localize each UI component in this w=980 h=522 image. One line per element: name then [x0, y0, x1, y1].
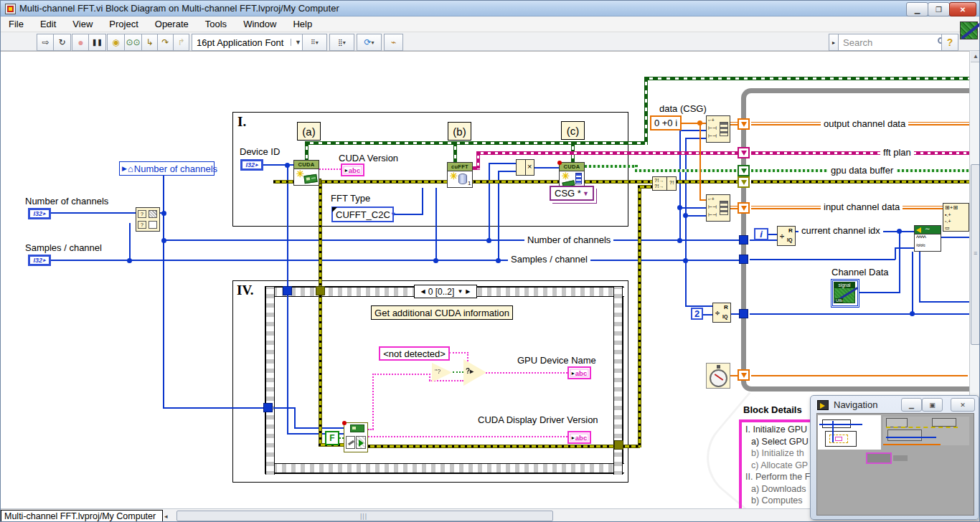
nch-terminal[interactable]: I32▸	[28, 208, 51, 219]
signal-generator-node[interactable]: ∼ ^^^^ ≈≈≈	[914, 225, 941, 252]
pause-button[interactable]: ❚❚	[88, 34, 106, 51]
quotient-remainder-node-2[interactable]: ÷ R IQ	[712, 303, 731, 323]
wire-v[interactable]	[919, 252, 920, 302]
close-button[interactable]: ✕	[949, 2, 976, 16]
wire-cuda-class[interactable]	[305, 141, 308, 161]
wire-v[interactable]	[679, 130, 681, 241]
wire-v[interactable]	[489, 163, 490, 241]
initialize-array-node-output[interactable]: ▫·+ ⊢⊣ ⊢⊣	[706, 115, 730, 143]
wire-h[interactable]	[685, 305, 712, 307]
not-detected-constant[interactable]: <not detected>	[379, 346, 450, 361]
comparison-node[interactable]: ? ?	[136, 207, 160, 232]
two-constant[interactable]: 2	[691, 308, 703, 320]
nav-close-button[interactable]: ✕	[951, 398, 975, 412]
maximize-button[interactable]: ❐	[928, 2, 950, 16]
wire-fft-plan[interactable]	[751, 151, 980, 155]
wire-h[interactable]	[685, 138, 706, 139]
multiply-node[interactable]: ×	[516, 159, 534, 176]
title-bar[interactable]: Multi-channel FFT.vi Block Diagram on Mu…	[1, 1, 979, 16]
tunnel-error[interactable]	[738, 176, 750, 188]
iteration-terminal[interactable]: i	[754, 228, 768, 240]
device-id-terminal[interactable]: I32▸	[240, 159, 263, 171]
wire-v[interactable]	[498, 171, 499, 261]
sequence-frame-selector[interactable]: ◀ 0 [0..2] ▼ ▶	[414, 285, 477, 298]
minimap-viewport[interactable]	[818, 415, 881, 450]
merge-errors-node[interactable]: ?!→ ?!→ ?!	[652, 176, 677, 191]
csg-ring-constant[interactable]: CSG *▼	[550, 186, 594, 201]
tunnel-gpu-data-buffer[interactable]	[738, 165, 750, 176]
distribute-objects-button[interactable]: ⣿▾	[329, 34, 354, 51]
next-frame-icon[interactable]: ▶	[466, 288, 470, 295]
wire-v[interactable]	[287, 295, 288, 435]
horizontal-scroll-thumb[interactable]: |||	[176, 511, 553, 521]
wire-h[interactable]	[750, 313, 980, 315]
cufft-plan-create-node[interactable]: cuFFT ✳ 1	[447, 162, 473, 188]
abort-button[interactable]: ●	[72, 34, 90, 51]
wire-h[interactable]	[273, 407, 295, 409]
fft-type-enum[interactable]: CUFFT_C2C▼	[331, 207, 394, 222]
wire-cuda-class[interactable]	[453, 141, 457, 163]
wire-error[interactable]	[638, 185, 654, 189]
resize-objects-button[interactable]: ⟳▾	[357, 34, 382, 51]
wire-wait-loop[interactable]	[751, 375, 968, 376]
wire-gpu-buffer[interactable]	[635, 169, 741, 172]
wire-v[interactable]	[899, 231, 900, 293]
chevron-down-icon[interactable]: ▼	[457, 288, 463, 295]
wire-h[interactable]	[750, 259, 895, 260]
highlight-execution-button[interactable]: ◉	[107, 34, 125, 51]
tunnel-output-channel-data[interactable]	[738, 118, 750, 130]
scroll-up-button[interactable]: ▲	[971, 51, 980, 62]
toolbar-collapse-button[interactable]: ▸	[829, 34, 839, 51]
sequence-tunnel-error-right[interactable]	[614, 440, 623, 450]
wire-string[interactable]	[372, 374, 433, 375]
wire-v[interactable]	[699, 123, 701, 200]
search-box[interactable]: Search	[838, 34, 949, 51]
wire-error[interactable]	[751, 180, 980, 184]
nav-maximize-button[interactable]: ▣	[922, 398, 943, 412]
cuda-initialize-device-node[interactable]: CUDA ✳	[293, 160, 319, 186]
nav-minimize-button[interactable]: ▁	[901, 398, 922, 412]
menu-project[interactable]: Project	[107, 17, 140, 31]
context-help-button[interactable]: ?	[941, 34, 958, 51]
menu-view[interactable]: View	[70, 17, 95, 31]
wire-fft-plan[interactable]	[476, 151, 741, 155]
menu-edit[interactable]: Edit	[38, 17, 58, 31]
wire-driver-version[interactable]	[368, 436, 567, 437]
wire-v[interactable]	[129, 223, 131, 261]
tunnel-wait[interactable]	[738, 369, 750, 381]
vertical-scroll-thumb[interactable]: ≡	[971, 164, 980, 345]
minimize-button[interactable]: ▁	[906, 2, 928, 16]
wire-v[interactable]	[294, 407, 296, 429]
wire-v[interactable]	[912, 252, 913, 314]
wire-v[interactable]	[895, 248, 896, 260]
wire-h[interactable]	[534, 167, 559, 169]
wire-h[interactable]	[699, 199, 706, 201]
wire-string[interactable]	[319, 169, 341, 170]
font-selector[interactable]: 16pt Application Font ▼	[192, 34, 306, 51]
quotient-remainder-node-1[interactable]: ÷ R IQ	[777, 226, 796, 246]
menu-file[interactable]: File	[6, 17, 26, 31]
wire-h[interactable]	[859, 292, 900, 293]
wire-nch-main[interactable]	[163, 239, 741, 241]
wire-h[interactable]	[685, 215, 706, 217]
wire-boolean[interactable]	[453, 371, 463, 373]
run-continuous-button[interactable]: ↻	[53, 34, 71, 51]
wire-h[interactable]	[702, 314, 712, 315]
step-into-button[interactable]: ↳	[141, 34, 158, 51]
step-out-button[interactable]: ↱	[173, 34, 189, 51]
samples-terminal[interactable]: I32▸	[28, 255, 51, 266]
wire-gpu-name[interactable]	[486, 372, 567, 374]
wire-nch-control[interactable]	[48, 212, 136, 214]
wire-h[interactable]	[163, 407, 265, 409]
frame-selector-value[interactable]: 0 [0..2]	[428, 287, 455, 297]
vi-icon[interactable]	[960, 22, 978, 39]
wire-v[interactable]	[422, 188, 423, 215]
cuda-version-indicator[interactable]: ▸abc	[341, 163, 364, 176]
wire-string[interactable]	[372, 374, 374, 430]
context-collapse-button[interactable]: ◂	[164, 513, 168, 520]
wire-error[interactable]	[319, 295, 322, 447]
wire-error[interactable]	[676, 180, 741, 184]
wire-h[interactable]	[679, 207, 706, 209]
gpu-device-name-indicator[interactable]: ▸abc	[567, 366, 591, 379]
initialize-array-node-input[interactable]: ▫·+ ⊢⊣ ⊢⊣	[706, 194, 730, 222]
